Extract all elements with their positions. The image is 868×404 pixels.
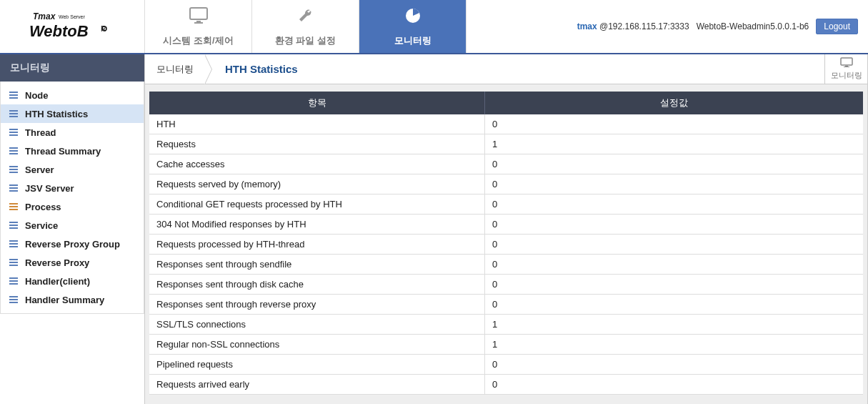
table-row: Responses sent through sendfile0	[149, 255, 863, 275]
svg-rect-46	[845, 66, 848, 66]
cell-value: 0	[485, 154, 863, 174]
svg-rect-17	[9, 134, 18, 136]
sidebar-item-thread-summary[interactable]: Thread Summary	[1, 142, 144, 160]
sidebar-item-label: Service	[25, 220, 58, 231]
sidebar-item-thread[interactable]: Thread	[1, 123, 144, 142]
cell-item: Requests arrived early	[149, 375, 485, 395]
cell-item: Conditional GET requests processed by HT…	[149, 194, 485, 215]
svg-rect-41	[9, 283, 18, 285]
svg-text:WebtoB: WebtoB	[29, 22, 89, 40]
cell-item: SSL/TLS connections	[149, 315, 485, 335]
list-icon	[8, 275, 19, 287]
monitor-icon	[188, 6, 209, 30]
list-icon	[8, 164, 19, 175]
cell-item: Requests processed by HTH-thread	[149, 235, 485, 255]
svg-text:Tmax: Tmax	[33, 11, 56, 21]
svg-rect-26	[9, 190, 18, 192]
svg-rect-40	[9, 280, 18, 282]
sidebar-item-reverse-proxy-group[interactable]: Reverse Proxy Group	[1, 235, 144, 253]
cell-value: 1	[485, 315, 863, 335]
sidebar-item-hth-statistics[interactable]: HTH Statistics	[1, 104, 144, 123]
table-body: HTH0Requests1Cache accesses0Requests ser…	[149, 114, 863, 395]
svg-text:R: R	[101, 25, 106, 33]
tab-config[interactable]: 환경 파일 설정	[252, 0, 359, 53]
breadcrumb-root[interactable]: 모니터링	[145, 54, 205, 84]
svg-rect-21	[9, 166, 18, 167]
sidebar-item-jsv-server[interactable]: JSV Server	[1, 179, 144, 197]
user-host: @192.168.115.17:3333	[599, 21, 689, 31]
list-icon	[8, 294, 19, 305]
cell-item: Requests	[149, 134, 485, 154]
user-name: tmax	[577, 21, 597, 31]
list-icon	[8, 145, 19, 157]
list-icon	[8, 257, 19, 268]
svg-rect-10	[9, 94, 18, 96]
sidebar-item-server[interactable]: Server	[1, 160, 144, 179]
svg-rect-32	[9, 227, 18, 229]
svg-rect-43	[9, 299, 18, 300]
version-label: WebtoB-Webadmin5.0.0.1-b6	[697, 21, 809, 31]
svg-rect-24	[9, 184, 18, 186]
svg-rect-34	[9, 243, 18, 245]
table-row: 304 Not Modified responses by HTH0	[149, 215, 863, 235]
svg-rect-28	[9, 206, 18, 207]
svg-rect-5	[190, 8, 207, 19]
table-area[interactable]: 항목 설정값 HTH0Requests1Cache accesses0Reque…	[145, 84, 867, 404]
sidebar-item-handler-client-[interactable]: Handler(client)	[1, 272, 144, 290]
svg-rect-44	[9, 302, 18, 303]
svg-rect-13	[9, 113, 18, 114]
table-row: Conditional GET requests processed by HT…	[149, 194, 863, 215]
svg-rect-23	[9, 172, 18, 173]
tab-monitoring[interactable]: 모니터링	[359, 0, 467, 53]
svg-rect-33	[9, 240, 18, 242]
col-header-value: 설정값	[485, 92, 863, 114]
sidebar-item-reverse-proxy[interactable]: Reverse Proxy	[1, 253, 144, 272]
list-icon	[8, 182, 19, 194]
svg-rect-14	[9, 116, 18, 117]
svg-rect-35	[9, 246, 18, 247]
sidebar-item-service[interactable]: Service	[1, 216, 144, 235]
svg-rect-9	[9, 92, 18, 93]
monitor-icon	[840, 57, 853, 70]
svg-rect-37	[9, 262, 18, 263]
pie-chart-icon	[403, 6, 423, 30]
tab-system[interactable]: 시스템 조회/제어	[145, 0, 252, 53]
svg-rect-38	[9, 265, 18, 266]
cell-value: 0	[485, 194, 863, 215]
content: 모니터링 HTH Statistics 모니터링 항목 설정값	[145, 54, 868, 404]
list-icon	[8, 89, 19, 101]
sidebar-item-label: Reverse Proxy Group	[25, 239, 120, 250]
svg-rect-6	[196, 21, 201, 22]
cell-value: 0	[485, 355, 863, 375]
sidebar-item-label: Handler(client)	[25, 276, 90, 287]
tab-label: 시스템 조회/제어	[163, 34, 233, 47]
svg-rect-22	[9, 169, 18, 170]
svg-rect-42	[9, 296, 18, 297]
cell-item: Requests served by (memory)	[149, 174, 485, 194]
list-icon	[8, 201, 19, 212]
cell-value: 0	[485, 174, 863, 194]
logout-button[interactable]: Logout	[816, 19, 858, 34]
sidebar-item-process[interactable]: Process	[1, 197, 144, 216]
svg-rect-25	[9, 187, 18, 189]
main: 모니터링 NodeHTH StatisticsThreadThread Summ…	[0, 54, 868, 404]
table-row: HTH0	[149, 114, 863, 134]
nav-tabs: 시스템 조회/제어 환경 파일 설정 모니터링	[145, 0, 467, 53]
sidebar-item-handler-summary[interactable]: Handler Summary	[1, 290, 144, 309]
sidebar-item-label: Thread Summary	[25, 146, 101, 157]
logo: Tmax Web Server WebtoB R	[0, 0, 145, 53]
cell-value: 1	[485, 335, 863, 355]
cell-item: HTH	[149, 114, 485, 134]
list-icon	[8, 220, 19, 231]
table-row: Regular non-SSL connections1	[149, 335, 863, 355]
breadcrumb-monitor-toggle[interactable]: 모니터링	[824, 54, 867, 84]
svg-text:Web Server: Web Server	[59, 14, 85, 19]
sidebar-item-node[interactable]: Node	[1, 86, 144, 104]
app-root: Tmax Web Server WebtoB R 시스템 조회/제어 환경 파일…	[0, 0, 868, 404]
svg-rect-27	[9, 203, 18, 205]
sidebar-item-label: Reverse Proxy	[25, 257, 89, 268]
list-icon	[8, 108, 19, 119]
sidebar-item-label: Server	[25, 164, 54, 175]
svg-rect-39	[9, 277, 18, 279]
table-row: Requests served by (memory)0	[149, 174, 863, 194]
